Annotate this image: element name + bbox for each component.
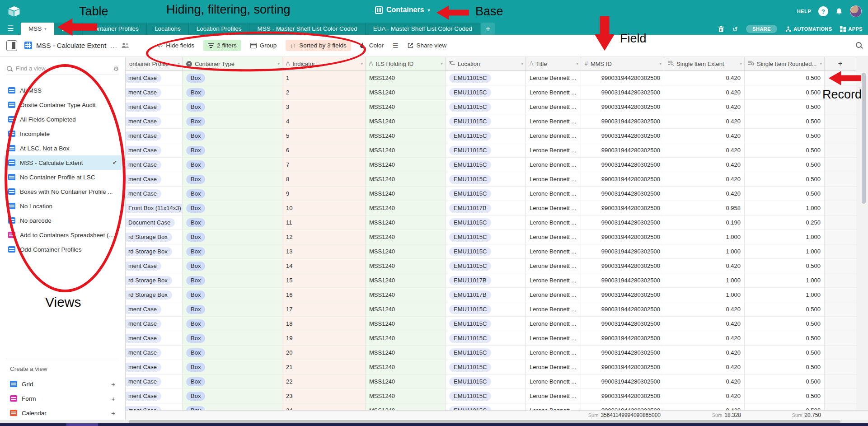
row-height-icon[interactable]: ☰: [393, 42, 399, 49]
cell-location[interactable]: EMU11015C: [446, 100, 526, 114]
sidebar-view-no-barcode[interactable]: No barcode: [4, 213, 122, 228]
share-view-button[interactable]: Share view: [403, 40, 451, 51]
cell-rounded[interactable]: 0.500: [745, 143, 825, 158]
cell-extent[interactable]: 1.000: [664, 244, 745, 259]
cell-profile[interactable]: ment Case: [126, 71, 183, 85]
cell-title[interactable]: Lerone Bennett ...: [526, 375, 581, 389]
cell-profile[interactable]: ment Case: [126, 129, 183, 143]
cell-type[interactable]: Box: [183, 100, 282, 114]
cell-extent[interactable]: 0.420: [664, 259, 745, 273]
cell-ils[interactable]: MSS1240: [366, 172, 446, 187]
cell-profile[interactable]: Front Box (11x14x3): [126, 201, 183, 215]
cell-type[interactable]: Box: [183, 143, 282, 158]
cell-ils[interactable]: MSS1240: [366, 331, 446, 346]
cell-rounded[interactable]: 0.500: [745, 158, 825, 172]
cell-indicator[interactable]: 5: [282, 129, 366, 143]
cell-rounded[interactable]: 1.000: [745, 201, 825, 215]
cell-location[interactable]: EMU11017B: [446, 201, 526, 215]
cell-indicator[interactable]: 13: [282, 244, 366, 259]
user-avatar[interactable]: [850, 5, 862, 17]
cell-extent[interactable]: 0.420: [664, 158, 745, 172]
cell-rounded[interactable]: 1.000: [745, 244, 825, 259]
cell-profile[interactable]: ment Case: [126, 360, 183, 375]
cell-location[interactable]: EMU11015C: [446, 375, 526, 389]
column-header-indicator[interactable]: AIndicator▾: [282, 57, 366, 71]
cell-ils[interactable]: MSS1240: [366, 346, 446, 360]
table-tab-container-profiles[interactable]: Container Profiles: [83, 23, 147, 35]
cell-title[interactable]: Lerone Bennett ...: [526, 129, 581, 143]
cell-rounded[interactable]: 0.500: [745, 259, 825, 273]
cell-location[interactable]: EMU11015C: [446, 172, 526, 187]
cell-rounded[interactable]: 0.500: [745, 114, 825, 129]
cell-type[interactable]: Box: [183, 331, 282, 346]
cell-title[interactable]: Lerone Bennett ...: [526, 143, 581, 158]
cell-indicator[interactable]: 4: [282, 114, 366, 129]
cell-location[interactable]: EMU11015C: [446, 259, 526, 273]
cell-location[interactable]: EMU11015C: [446, 360, 526, 375]
cell-profile[interactable]: ment Case: [126, 331, 183, 346]
cell-ils[interactable]: MSS1240: [366, 375, 446, 389]
cell-indicator[interactable]: 23: [282, 389, 366, 403]
cell-ils[interactable]: MSS1240: [366, 71, 446, 85]
cell-mms[interactable]: 990031944280302500: [581, 114, 664, 129]
cell-ils[interactable]: MSS1240: [366, 389, 446, 403]
horizontal-scrollbar[interactable]: [0, 420, 868, 423]
column-header-location[interactable]: Location▾: [446, 57, 526, 71]
cell-rounded[interactable]: 0.500: [745, 302, 825, 317]
cell-type[interactable]: Box: [183, 201, 282, 215]
cell-rounded[interactable]: 0.500: [745, 100, 825, 114]
cell-ils[interactable]: MSS1240: [366, 129, 446, 143]
cell-mms[interactable]: 990031944280302500: [581, 259, 664, 273]
cell-profile[interactable]: ment Case: [126, 158, 183, 172]
cell-mms[interactable]: 990031944280302500: [581, 244, 664, 259]
cell-profile[interactable]: rd Storage Box: [126, 230, 183, 244]
cell-title[interactable]: Lerone Bennett ...: [526, 273, 581, 288]
create-view-calendar[interactable]: Calendar+: [6, 406, 119, 420]
cell-type[interactable]: Box: [183, 375, 282, 389]
cell-profile[interactable]: ment Case: [126, 114, 183, 129]
cell-type[interactable]: Box: [183, 244, 282, 259]
cell-type[interactable]: Box: [183, 317, 282, 331]
cell-mms[interactable]: 990031944280302500: [581, 375, 664, 389]
cell-title[interactable]: Lerone Bennett ...: [526, 346, 581, 360]
group-button[interactable]: Group: [246, 40, 282, 51]
cell-indicator[interactable]: 8: [282, 172, 366, 187]
cell-location[interactable]: EMU11015C: [446, 71, 526, 85]
create-view-grid[interactable]: Grid+: [6, 377, 119, 391]
cell-rounded[interactable]: 0.250: [745, 215, 825, 230]
column-header-type[interactable]: ▾Container Type▾: [183, 57, 282, 71]
cell-indicator[interactable]: 17: [282, 302, 366, 317]
sidebar-view-add-to-containers-spreadsheet[interactable]: Add to Containers Spreadsheet (...: [4, 228, 122, 242]
cell-location[interactable]: EMU11015C: [446, 389, 526, 403]
sidebar-view-incomplete[interactable]: Incomplete: [4, 126, 122, 141]
cell-extent[interactable]: 0.420: [664, 172, 745, 187]
cell-profile[interactable]: ment Case: [126, 172, 183, 187]
find-a-view-input[interactable]: [16, 65, 109, 72]
cell-rounded[interactable]: 0.500: [745, 71, 825, 85]
cell-rounded[interactable]: 1.000: [745, 288, 825, 302]
cell-indicator[interactable]: 7: [282, 158, 366, 172]
cell-type[interactable]: Box: [183, 85, 282, 100]
cell-profile[interactable]: rd Storage Box: [126, 288, 183, 302]
cell-rounded[interactable]: 0.500: [745, 375, 825, 389]
cell-ils[interactable]: MSS1240: [366, 143, 446, 158]
cell-title[interactable]: Lerone Bennett ...: [526, 100, 581, 114]
cell-title[interactable]: Lerone Bennett ...: [526, 85, 581, 100]
add-field-button[interactable]: +: [825, 57, 856, 71]
cell-location[interactable]: EMU11015C: [446, 85, 526, 100]
cell-indicator[interactable]: 12: [282, 230, 366, 244]
filters-button[interactable]: 2 filters: [203, 40, 241, 51]
cell-rounded[interactable]: 0.500: [745, 187, 825, 201]
cell-location[interactable]: EMU11015C: [446, 302, 526, 317]
cell-location[interactable]: EMU11015C: [446, 158, 526, 172]
cell-indicator[interactable]: 16: [282, 288, 366, 302]
help-icon[interactable]: ?: [818, 6, 828, 16]
cell-title[interactable]: Lerone Bennett ...: [526, 114, 581, 129]
airtable-logo-icon[interactable]: [8, 5, 20, 17]
cell-extent[interactable]: 0.420: [664, 85, 745, 100]
help-button[interactable]: HELP: [797, 9, 811, 14]
cell-ils[interactable]: MSS1240: [366, 100, 446, 114]
cell-indicator[interactable]: 11: [282, 215, 366, 230]
view-search-box[interactable]: ⚙: [6, 62, 119, 75]
cell-indicator[interactable]: 20: [282, 346, 366, 360]
